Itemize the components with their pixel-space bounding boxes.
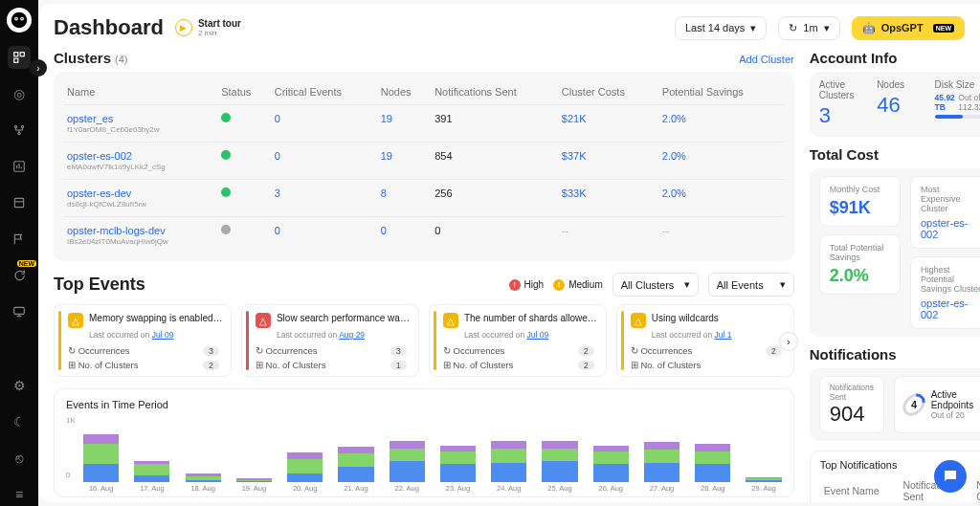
crit-events[interactable]: 0 (275, 150, 280, 162)
nav-dashboard[interactable] (8, 46, 31, 69)
page-title: Dashboard (54, 15, 164, 40)
event-last: Last occurred on Aug 29 (277, 330, 411, 340)
active-clusters-value: 3 (819, 103, 867, 128)
cluster-link[interactable]: opster-mclb-logs-dev (67, 225, 213, 236)
chevron-down-icon: ▾ (780, 278, 786, 291)
x-tick: 23. Aug (446, 484, 470, 493)
nodes-count[interactable]: 19 (381, 150, 392, 162)
clu-label: ⊞ No. of Clusters (443, 360, 513, 370)
sev-med-toggle[interactable]: !Medium (553, 279, 603, 291)
nav-display-icon[interactable] (8, 300, 31, 323)
cluster-cost[interactable]: $33K (562, 187, 587, 199)
nav-target-icon[interactable]: ◎ (8, 82, 31, 105)
sev-high-toggle[interactable]: !High (509, 279, 545, 291)
nav-flag-icon[interactable] (8, 228, 31, 251)
menu-icon[interactable]: ≡ (8, 483, 31, 506)
event-date-link[interactable]: Jul 09 (152, 330, 174, 340)
nav-chart-icon[interactable] (8, 155, 31, 178)
event-card[interactable]: △Memory swapping is enabled and t… Last … (54, 304, 232, 377)
x-tick: 26. Aug (599, 484, 623, 493)
svg-point-4 (21, 18, 23, 20)
cluster-cost[interactable]: $21K (562, 113, 587, 124)
col-header: Cluster Costs (558, 79, 658, 105)
event-card[interactable]: △Slow search performance was det… Last o… (241, 304, 419, 377)
event-date-link[interactable]: Jul 1 (715, 330, 732, 340)
table-row: opster-es-devds8cjt-kQfCwLZ8ufI5rw 3 8 2… (63, 180, 785, 217)
most-expensive-link[interactable]: opster-es-002 (921, 217, 980, 240)
potential-savings[interactable]: 2.0% (662, 150, 686, 162)
x-tick: 17. Aug (140, 484, 164, 493)
chevron-down-icon: ▾ (750, 22, 756, 34)
nodes-count[interactable]: 8 (381, 187, 387, 199)
x-tick: 19. Aug (242, 484, 266, 493)
cluster-id: f1Y0arOM8_Ce60e63by2w (67, 125, 213, 134)
clusters-table: NameStatusCritical EventsNodesNotificati… (63, 79, 785, 253)
col-header: Name (63, 79, 217, 105)
theme-moon-icon[interactable]: ☾ (8, 410, 31, 433)
status-dot (221, 150, 231, 160)
status-dot (221, 113, 231, 122)
clu-value: 1 (390, 361, 407, 370)
table-row: opster_esf1Y0arOM8_Ce60e63by2w 0 19 391 … (63, 105, 785, 143)
occ-value: 3 (203, 346, 219, 356)
nodes-count[interactable]: 0 (381, 225, 387, 236)
nodes-count[interactable]: 19 (381, 113, 392, 124)
cluster-cost[interactable]: $37K (562, 150, 587, 162)
cluster-link[interactable]: opster_es (67, 113, 213, 124)
notif-sent: 0 (431, 217, 558, 254)
start-tour-button[interactable]: ▶ Start tour 2 min (175, 18, 241, 37)
monthly-cost-value: $91K (830, 198, 890, 218)
crit-events[interactable]: 0 (275, 113, 280, 124)
settings-icon[interactable]: ⚙ (8, 374, 31, 397)
x-tick: 20. Aug (293, 484, 317, 493)
crit-events[interactable]: 3 (275, 187, 280, 199)
opsgpt-button[interactable]: 🤖OpsGPTNEW (852, 16, 965, 40)
top-events-heading: Top Events (54, 275, 145, 295)
clusters-heading: Clusters (54, 50, 111, 66)
interval-select[interactable]: ↻1m▾ (778, 16, 839, 40)
most-expensive-label: Most Expensive Cluster (921, 185, 980, 213)
y-axis-top: 1K (66, 416, 76, 425)
svg-point-10 (18, 132, 20, 134)
crit-events[interactable]: 0 (275, 225, 280, 236)
event-card[interactable]: △The number of shards allowed per … Last… (429, 304, 607, 377)
add-cluster-link[interactable]: Add Cluster (739, 54, 793, 65)
disk-max: Out of 112.32 TB (958, 93, 980, 112)
event-card[interactable]: △Using wildcards Last occurred on Jul 1 … (616, 304, 794, 377)
nav-branch-icon[interactable] (8, 119, 31, 142)
event-last: Last occurred on Jul 09 (89, 330, 223, 340)
highest-savings-link[interactable]: opster-es-002 (921, 297, 980, 320)
brand-logo (7, 8, 32, 33)
chevron-down-icon: ▾ (684, 278, 690, 291)
tour-sub: 2 min (198, 29, 241, 37)
x-tick: 16. Aug (89, 484, 113, 493)
events-type-select[interactable]: All Events▾ (708, 273, 794, 297)
notif-sent: 391 (431, 105, 558, 143)
nav-box-icon[interactable] (8, 191, 31, 214)
svg-rect-5 (14, 53, 18, 56)
severity-icon: △ (631, 313, 646, 328)
events-cluster-select[interactable]: All Clusters▾ (612, 273, 699, 297)
potential-savings: -- (662, 225, 669, 236)
date-range-select[interactable]: Last 14 days▾ (675, 16, 767, 40)
clu-label: ⊞ No. of Clusters (631, 360, 701, 370)
cluster-link[interactable]: opster-es-dev (67, 187, 213, 199)
chat-fab[interactable] (934, 460, 967, 493)
nav-chat-icon[interactable]: NEW (8, 264, 31, 287)
svg-rect-13 (14, 307, 25, 314)
table-row: opster-es-002eMA0owfV7lk1d9yLKk2_cSg 0 1… (63, 143, 785, 180)
rail-expand-icon[interactable]: › (30, 59, 47, 77)
potential-savings[interactable]: 2.0% (662, 113, 686, 124)
occ-label: ↻ Occurrences (256, 345, 318, 356)
new-badge: NEW (933, 24, 954, 33)
event-last: Last occurred on Jul 1 (652, 330, 786, 340)
cluster-link[interactable]: opster-es-002 (67, 150, 213, 162)
event-date-link[interactable]: Aug 29 (339, 330, 365, 340)
potential-savings-value: 2.0% (830, 266, 890, 286)
event-title: Memory swapping is enabled and t… (89, 313, 223, 323)
potential-savings[interactable]: 2.0% (662, 187, 686, 199)
svg-point-8 (14, 125, 16, 127)
logout-icon[interactable]: ⎋ (8, 447, 31, 470)
event-date-link[interactable]: Jul 09 (527, 330, 549, 340)
events-scroll-right[interactable]: › (779, 332, 798, 351)
